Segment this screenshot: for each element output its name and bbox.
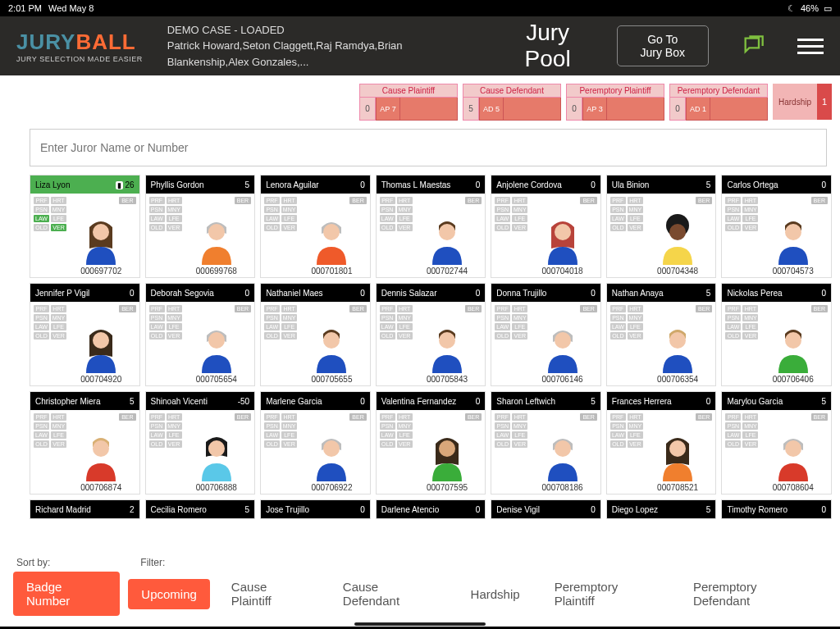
juror-card[interactable]: Shinoah Vicenti-50PRFHRTPSNMNYLAWLFEOLDV… [145,391,256,495]
tag-lfe[interactable]: LFE [281,323,297,330]
juror-card[interactable]: Valentina Fernandez0PRFHRTPSNMNYLAWLFEOL… [376,391,486,495]
tag-law[interactable]: LAW [34,323,49,330]
tag-prf[interactable]: PRF [264,305,280,312]
tag-ber[interactable]: BER [696,197,712,204]
tag-mny[interactable]: MNY [512,314,527,321]
tag-prf[interactable]: PRF [264,197,280,204]
tag-prf[interactable]: PRF [380,305,395,312]
juror-card[interactable]: Dennis Salazar0PRFHRTPSNMNYLAWLFEOLDVERB… [376,283,486,386]
juror-card[interactable]: Frances Herrera0PRFHRTPSNMNYLAWLFEOLDVER… [606,391,717,495]
tag-hrt[interactable]: HRT [742,197,758,204]
tag-lfe[interactable]: LFE [742,323,758,330]
tag-psn[interactable]: PSN [34,206,49,213]
juror-card[interactable]: Marlene Garcia0PRFHRTPSNMNYLAWLFEOLDVERB… [260,391,371,495]
tag-mny[interactable]: MNY [512,206,527,213]
tag-old[interactable]: OLD [264,224,280,231]
tag-law[interactable]: LAW [264,431,280,439]
tag-old[interactable]: OLD [610,440,626,448]
tag-lfe[interactable]: LFE [167,323,182,330]
tag-mny[interactable]: MNY [628,314,643,321]
tag-lfe[interactable]: LFE [512,215,527,222]
juror-card[interactable]: Sharon Leftwich5PRFHRTPSNMNYLAWLFEOLDVER… [491,391,601,495]
juror-card[interactable]: Nathaniel Maes0PRFHRTPSNMNYLAWLFEOLDVERB… [260,283,371,386]
tag-law[interactable]: LAW [610,431,626,439]
tag-ber[interactable]: BER [811,197,828,204]
tag-psn[interactable]: PSN [380,314,395,321]
tag-psn[interactable]: PSN [725,422,741,430]
tag-mny[interactable]: MNY [167,206,182,213]
tag-law[interactable]: LAW [380,323,395,330]
tag-prf[interactable]: PRF [264,413,280,421]
tag-ber[interactable]: BER [811,305,828,312]
juror-card[interactable]: Christopher Miera5PRFHRTPSNMNYLAWLFEOLDV… [30,391,140,495]
tag-ber[interactable]: BER [119,305,135,312]
tag-old[interactable]: OLD [380,224,395,231]
tag-old[interactable]: OLD [725,224,741,231]
tag-lfe[interactable]: LFE [628,215,643,222]
tag-hrt[interactable]: HRT [512,197,527,204]
tag-psn[interactable]: PSN [34,314,49,321]
tag-psn[interactable]: PSN [149,314,165,321]
tag-hrt[interactable]: HRT [742,413,758,421]
sort-badge-number[interactable]: Badge Number [13,572,120,616]
tag-old[interactable]: OLD [495,224,510,231]
tag-lfe[interactable]: LFE [397,215,413,222]
tag-old[interactable]: OLD [380,332,395,340]
tag-psn[interactable]: PSN [610,206,626,213]
tag-mny[interactable]: MNY [167,422,182,430]
tag-ver[interactable]: VER [281,224,297,231]
tag-ber[interactable]: BER [235,197,251,204]
tag-mny[interactable]: MNY [167,314,182,321]
juror-card[interactable]: Ula Binion5PRFHRTPSNMNYLAWLFEOLDVERBER00… [606,175,717,278]
juror-card[interactable]: Lenora Aguilar0PRFHRTPSNMNYLAWLFEOLDVERB… [260,175,371,278]
tag-law[interactable]: LAW [495,323,510,330]
tag-mny[interactable]: MNY [281,314,297,321]
tag-old[interactable]: OLD [725,332,741,340]
tag-hrt[interactable]: HRT [628,305,643,312]
juror-card[interactable]: Deborah Segovia0PRFHRTPSNMNYLAWLFEOLDVER… [145,283,256,386]
tag-mny[interactable]: MNY [742,314,758,321]
tag-prf[interactable]: PRF [149,305,165,312]
tag-law[interactable]: LAW [149,323,165,330]
tag-hrt[interactable]: HRT [512,305,527,312]
search-input[interactable] [30,129,827,166]
tag-ver[interactable]: VER [512,332,527,340]
tag-hrt[interactable]: HRT [167,305,182,312]
tag-mny[interactable]: MNY [397,314,413,321]
tag-ber[interactable]: BER [349,413,366,421]
juror-card[interactable]: Donna Trujillo0PRFHRTPSNMNYLAWLFEOLDVERB… [491,283,601,386]
menu-icon[interactable] [797,39,824,54]
filter-upcoming[interactable]: Upcoming [128,579,210,609]
tag-prf[interactable]: PRF [34,305,49,312]
tag-mny[interactable]: MNY [512,422,527,430]
tag-psn[interactable]: PSN [34,422,49,430]
tag-lfe[interactable]: LFE [51,215,66,222]
tag-ver[interactable]: VER [51,332,66,340]
tag-ver[interactable]: VER [167,224,182,231]
filter-peremptory-plaintiff[interactable]: Peremptory Plaintiff [541,572,672,616]
tag-ver[interactable]: VER [628,224,643,231]
jury-box-button[interactable]: Go To Jury Box [617,25,709,66]
tag-ver[interactable]: VER [281,332,297,340]
tag-mny[interactable]: MNY [51,422,66,430]
tag-ver[interactable]: VER [742,224,758,231]
tag-hrt[interactable]: HRT [51,197,66,204]
tag-old[interactable]: OLD [149,224,165,231]
juror-card[interactable]: Carlos Ortega0PRFHRTPSNMNYLAWLFEOLDVERBE… [721,175,832,278]
tag-old[interactable]: OLD [610,332,626,340]
tag-psn[interactable]: PSN [610,314,626,321]
tag-law[interactable]: LAW [725,323,741,330]
tag-ber[interactable]: BER [811,413,828,421]
tag-mny[interactable]: MNY [628,422,643,430]
dismiss-cause-plaintiff[interactable]: Cause Plaintiff0AP 7 [359,84,458,121]
tag-prf[interactable]: PRF [495,413,510,421]
tag-prf[interactable]: PRF [149,197,165,204]
tag-psn[interactable]: PSN [380,206,395,213]
tag-ber[interactable]: BER [119,413,135,421]
tag-lfe[interactable]: LFE [51,431,66,439]
filter-peremptory-defendant[interactable]: Peremptory Defendant [680,572,827,616]
tag-ver[interactable]: VER [167,332,182,340]
juror-card[interactable]: Cecilia Romero5 [145,499,256,519]
tag-mny[interactable]: MNY [51,206,66,213]
tag-hrt[interactable]: HRT [51,413,66,421]
